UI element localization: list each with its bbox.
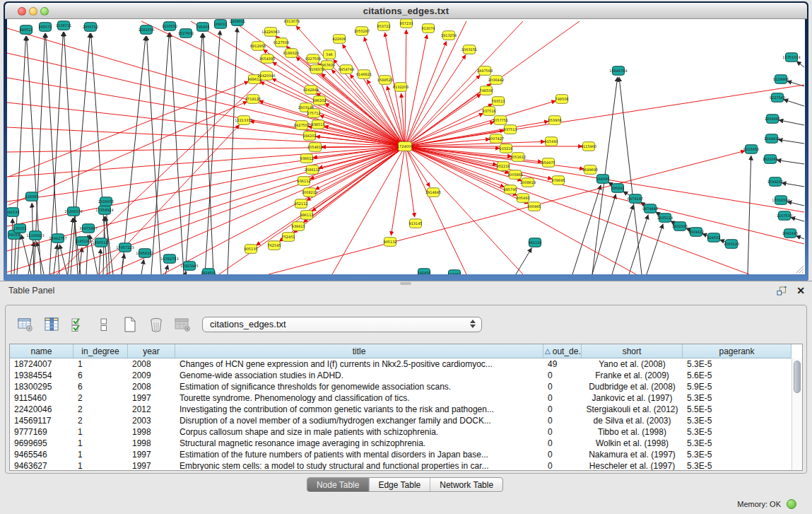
graph-edge[interactable] — [405, 75, 480, 146]
graph-edge[interactable] — [612, 205, 633, 274]
graph-node-label: 1589297 — [767, 180, 783, 184]
graph-edge[interactable] — [7, 78, 405, 146]
table-cell: 18724007 — [10, 358, 73, 370]
table-cell: 0 — [543, 415, 582, 426]
network-canvas[interactable]: 9905112055721138711205571222815561100552… — [7, 19, 805, 274]
graph-edge[interactable] — [784, 100, 804, 106]
graph-edge[interactable] — [7, 28, 405, 146]
table-row[interactable]: 1830029562008Estimation of significance … — [10, 381, 792, 392]
memory-status-indicator[interactable] — [787, 499, 796, 509]
column-header-title[interactable]: title — [175, 344, 543, 358]
tab-network-table[interactable]: Network Table — [430, 478, 502, 491]
graph-edge[interactable] — [619, 77, 642, 274]
graph-node-label: 9699695 — [582, 168, 598, 172]
graph-edge[interactable] — [122, 254, 124, 274]
window-titlebar[interactable]: citations_edges.txt — [5, 3, 807, 19]
graph-edge[interactable] — [405, 21, 466, 146]
tab-edge-table[interactable]: Edge Table — [368, 478, 430, 491]
graph-edge[interactable] — [796, 62, 804, 67]
table-row[interactable]: 2242004622012Investigating the contribut… — [10, 404, 792, 415]
graph-edge[interactable] — [405, 85, 804, 146]
graph-edge[interactable] — [787, 201, 804, 206]
new-document-icon[interactable] — [122, 316, 139, 333]
table-scrollbar-thumb[interactable] — [794, 361, 801, 393]
graph-edge[interactable] — [307, 146, 405, 201]
table-row[interactable]: 946362711997Embryonic stem cells: a mode… — [10, 460, 792, 471]
float-panel-icon[interactable] — [777, 286, 787, 296]
graph-node-label: 979695 — [551, 178, 565, 182]
table-row[interactable]: 911546021997Tourette syndrome. Phenomeno… — [10, 392, 792, 404]
column-header-year[interactable]: year — [128, 344, 175, 358]
graph-edge[interactable] — [516, 248, 531, 274]
graph-edge[interactable] — [791, 217, 804, 221]
graph-edge[interactable] — [205, 30, 220, 274]
graph-edge[interactable] — [782, 183, 804, 187]
graph-edge[interactable] — [405, 94, 481, 146]
graph-edge[interactable] — [405, 101, 555, 146]
graph-edge[interactable] — [796, 235, 804, 239]
graph-node-label: 937513 — [503, 127, 517, 132]
graph-edge[interactable] — [748, 156, 751, 274]
graph-node-label: 2935114 — [657, 216, 673, 220]
trash-icon[interactable] — [148, 316, 165, 333]
graph-node-label: 9474444 — [642, 206, 658, 211]
graph-edge[interactable] — [7, 146, 405, 251]
column-header-pagerank[interactable]: pagerank — [683, 344, 792, 358]
network-canvas-svg[interactable]: 9905112055721138711205571222815561100552… — [7, 19, 805, 274]
column-header-short[interactable]: short — [582, 344, 683, 358]
table-row[interactable]: 1872400712008Changes of HCN gene express… — [10, 358, 792, 370]
table-cell: 9463627 — [10, 460, 73, 471]
graph-edge[interactable] — [322, 146, 405, 147]
table-cell: Investigating the contribution of common… — [175, 404, 543, 415]
resize-grip[interactable] — [794, 264, 804, 274]
column-header-in_degree[interactable]: in_degree — [73, 344, 128, 358]
graph-edge[interactable] — [185, 33, 202, 274]
graph-node-label: 800965 — [527, 204, 541, 209]
graph-edge[interactable] — [141, 259, 144, 274]
table-row[interactable]: 946554611997Estimation of the future num… — [10, 449, 792, 460]
graph-edge[interactable] — [592, 194, 616, 274]
table-cell: 5.6E-5 — [683, 370, 792, 381]
graph-node-label: 895892 — [611, 186, 624, 190]
split-pane-handle[interactable] — [400, 282, 411, 285]
graph-edge[interactable] — [777, 160, 804, 164]
table-row[interactable]: 1456911722003Disruption of a novel membe… — [10, 415, 792, 426]
graph-node-label: 17359924 — [95, 208, 113, 212]
tab-node-table[interactable]: Node Table — [307, 478, 369, 491]
table-scrollbar[interactable] — [792, 358, 802, 470]
graph-edge[interactable] — [778, 139, 804, 144]
graph-edge[interactable] — [391, 146, 405, 235]
table-row[interactable]: 977716911998Corpus callosum shape and si… — [10, 426, 792, 438]
graph-edge[interactable] — [99, 249, 100, 274]
graph-edge[interactable] — [572, 185, 601, 274]
graph-edge[interactable] — [405, 83, 491, 146]
graph-edge[interactable] — [7, 146, 405, 201]
graph-edge[interactable] — [170, 33, 184, 274]
select-columns-icon[interactable] — [43, 316, 60, 333]
row-height-icon[interactable] — [95, 316, 112, 333]
table-row[interactable]: 1938455462009Genome-wide association stu… — [10, 370, 792, 381]
graph-node-label: 986112 — [300, 213, 313, 217]
select-rows-check-icon[interactable] — [69, 316, 86, 333]
table-select-dropdown[interactable]: citations_edges.txt — [202, 317, 482, 332]
graph-edge[interactable] — [405, 122, 548, 146]
graph-edge[interactable] — [122, 36, 146, 274]
graph-edge[interactable] — [779, 120, 804, 125]
graph-node-label: 985795 — [503, 187, 517, 192]
graph-edge[interactable] — [405, 146, 749, 274]
graph-edge[interactable] — [54, 245, 57, 274]
graph-edge[interactable] — [647, 224, 663, 274]
close-panel-icon[interactable]: ✕ — [796, 286, 805, 296]
graph-node-label: 957233 — [399, 21, 413, 25]
graph-edge[interactable] — [405, 141, 545, 146]
graph-edge[interactable] — [59, 245, 67, 274]
graph-edge[interactable] — [260, 82, 405, 146]
graph-node-label: 1008619 — [520, 180, 536, 185]
table-row[interactable]: 969969511998Structural magnetic resonanc… — [10, 438, 792, 449]
graph-edge[interactable] — [8, 102, 247, 205]
graph-edge[interactable] — [405, 146, 804, 244]
column-header-name[interactable]: name — [10, 344, 73, 358]
graph-edge[interactable] — [37, 242, 44, 274]
column-header-out_de[interactable]: △out_de... — [543, 344, 582, 358]
table-settings-icon[interactable] — [17, 316, 34, 333]
